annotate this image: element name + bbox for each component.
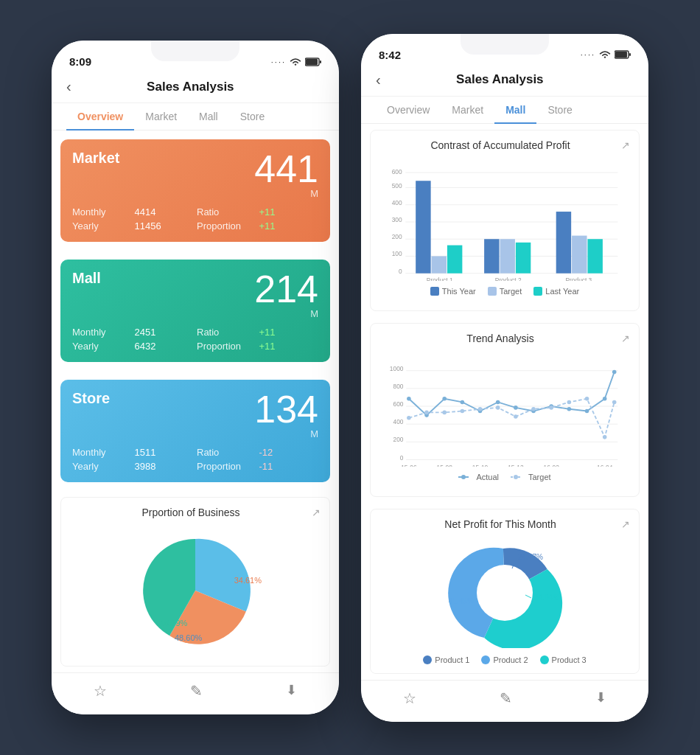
line-chart-svg: 0 200 400 600 800 1000 <box>388 356 621 467</box>
mall-card: Mall 214 M Monthly 2451 Ratio +11 Yearly… <box>60 260 330 362</box>
svg-text:16-04: 16-04 <box>597 463 613 466</box>
phone2-battery-icon <box>615 50 631 59</box>
market-label: Market <box>72 150 119 167</box>
store-monthly-label: Monthly <box>72 447 132 458</box>
donut-p1-label: Product 1 <box>435 655 469 664</box>
svg-point-64 <box>531 406 536 411</box>
phone2-nav-download[interactable]: ⬇ <box>595 689 606 707</box>
phone1-dots-icon: ···· <box>271 58 286 66</box>
market-card-top: Market 441 M <box>72 150 318 199</box>
phone2-back-button[interactable]: ‹ <box>376 72 381 88</box>
mall-proportion-val: +11 <box>259 341 319 352</box>
market-ratio-label: Ratio <box>197 206 256 218</box>
store-ratio-val: -12 <box>259 447 319 458</box>
svg-text:15-08: 15-08 <box>437 463 453 466</box>
svg-text:15-12: 15-12 <box>508 463 524 466</box>
phone1-nav-star[interactable]: ☆ <box>94 682 107 700</box>
svg-rect-2 <box>320 60 321 63</box>
svg-point-69 <box>612 400 617 404</box>
mall-value: 214 <box>254 270 318 308</box>
svg-point-66 <box>567 400 572 404</box>
svg-text:0: 0 <box>400 453 404 461</box>
store-unit: M <box>254 428 318 439</box>
svg-text:100: 100 <box>392 250 402 257</box>
svg-text:41.49%: 41.49% <box>449 597 474 605</box>
mall-stats: Monthly 2451 Ratio +11 Yearly 6432 Propo… <box>72 327 318 352</box>
svg-point-57 <box>407 416 411 420</box>
svg-text:24.47%: 24.47% <box>518 553 543 561</box>
phone1-time: 8:09 <box>69 55 91 68</box>
mall-ratio-label: Ratio <box>197 327 256 338</box>
market-value: 441 <box>254 150 318 188</box>
svg-rect-25 <box>500 239 514 273</box>
phone2-header: ‹ Sales Analysis <box>361 64 648 97</box>
pie-container: 34.61% 16.79% 48.60% <box>70 524 321 657</box>
phone2-tab-market[interactable]: Market <box>441 97 494 123</box>
legend-last-year: Last Year <box>533 287 579 296</box>
svg-text:400: 400 <box>393 418 403 425</box>
svg-point-80 <box>477 565 533 621</box>
line-expand-icon[interactable]: ↗ <box>621 333 630 344</box>
svg-text:16-02: 16-02 <box>544 463 560 466</box>
svg-rect-22 <box>447 245 462 273</box>
phone1-tabs: Overview Market Mall Store <box>52 103 339 131</box>
phone2-content: ‹ Sales Analysis Overview Market Mall St… <box>361 64 648 722</box>
mall-label: Mall <box>72 270 101 287</box>
line-chart-section: Trend Analysis ↗ 0 200 400 600 800 1000 <box>370 323 640 497</box>
phone2-tab-mall[interactable]: Mall <box>494 97 536 123</box>
svg-text:Product 3: Product 3 <box>565 276 592 280</box>
svg-text:600: 600 <box>392 167 402 175</box>
phone1-nav-edit[interactable]: ✎ <box>190 682 203 700</box>
phone1-back-button[interactable]: ‹ <box>66 78 71 95</box>
svg-rect-1 <box>306 59 318 65</box>
line-chart-container: 0 200 400 600 800 1000 <box>379 350 630 487</box>
phone1-tab-mall[interactable]: Mall <box>188 103 229 130</box>
legend-target-line-svg <box>511 473 525 481</box>
svg-rect-29 <box>572 235 587 273</box>
store-monthly-val: 1511 <box>135 447 195 458</box>
phone1-nav-download[interactable]: ⬇ <box>286 682 297 700</box>
phone-right: 8:42 ···· ‹ <box>361 34 648 722</box>
mall-yearly-val: 6432 <box>135 341 195 352</box>
phone2-tab-overview[interactable]: Overview <box>376 97 441 123</box>
donut-p2-dot <box>481 655 490 664</box>
mall-value-wrap: 214 M <box>254 270 318 319</box>
phone1-page-title: Sales Analysis <box>79 80 302 94</box>
market-unit: M <box>254 188 318 199</box>
phone1-wifi-icon <box>290 58 301 66</box>
legend-target-line: Target <box>511 473 551 481</box>
bar-chart-container: 0 100 200 300 400 500 600 <box>379 157 630 302</box>
mall-card-top: Mall 214 M <box>72 270 318 319</box>
donut-chart-title: Net Profit for This Month ↗ <box>379 518 630 530</box>
pie-svg <box>136 532 254 650</box>
phone1-battery-icon <box>305 58 321 66</box>
phone1-tab-overview[interactable]: Overview <box>66 103 134 130</box>
svg-point-49 <box>496 400 500 404</box>
market-yearly-val: 11456 <box>135 220 195 232</box>
svg-text:1000: 1000 <box>390 364 404 372</box>
line-chart-title: Trend Analysis ↗ <box>379 333 630 344</box>
pie-expand-icon[interactable]: ↗ <box>312 507 321 518</box>
mall-proportion-label: Proportion <box>197 341 256 352</box>
phone2-tab-store[interactable]: Store <box>536 97 583 123</box>
legend-actual: Actual <box>458 473 499 481</box>
svg-text:200: 200 <box>392 233 402 240</box>
phone1-tab-market[interactable]: Market <box>134 103 188 130</box>
svg-point-77 <box>461 475 466 479</box>
svg-text:34.04%: 34.04% <box>534 594 559 602</box>
svg-text:0: 0 <box>399 267 402 274</box>
bar-chart-title: Contrast of Accumulated Profit ↗ <box>379 139 630 151</box>
phone2-nav-star[interactable]: ☆ <box>403 689 416 707</box>
phone1-tab-store[interactable]: Store <box>229 103 276 130</box>
phone2-nav-edit[interactable]: ✎ <box>500 689 512 707</box>
donut-expand-icon[interactable]: ↗ <box>621 518 630 530</box>
phone1-notch <box>151 41 239 61</box>
svg-point-44 <box>407 397 411 401</box>
svg-point-79 <box>514 475 518 479</box>
bar-expand-icon[interactable]: ↗ <box>621 139 630 151</box>
line-chart-legend: Actual Target <box>388 473 621 481</box>
svg-text:300: 300 <box>392 216 402 223</box>
svg-text:15-10: 15-10 <box>472 463 489 466</box>
svg-point-65 <box>549 406 553 410</box>
phone1-bottom-nav: ☆ ✎ ⬇ <box>52 672 339 714</box>
